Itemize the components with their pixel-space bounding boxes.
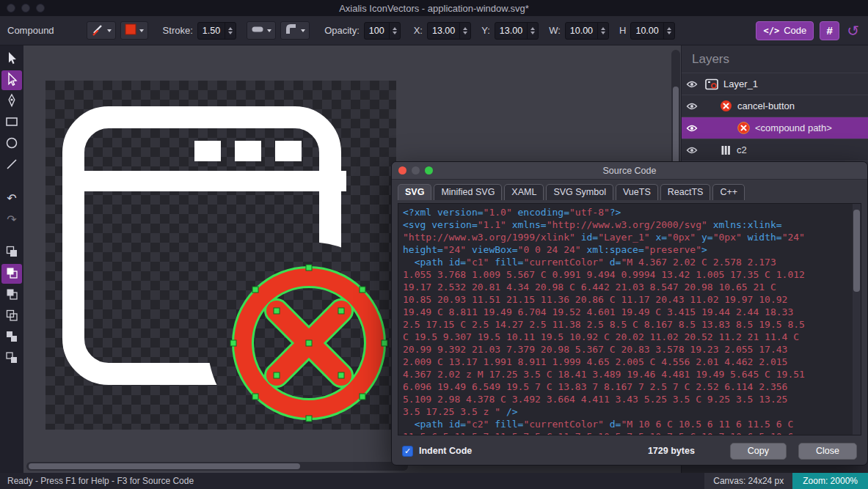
code-button[interactable]: </> Code <box>756 21 814 40</box>
code-scrollbar[interactable] <box>853 204 861 435</box>
chevron-down-icon <box>139 29 144 32</box>
ellipse-tool[interactable] <box>1 134 22 154</box>
h-field[interactable]: 10.00 <box>630 22 674 40</box>
layer-row-compound-path[interactable]: <compound path> <box>682 117 868 139</box>
cursor-arrow-icon <box>4 51 19 68</box>
diagonal-line-icon <box>4 157 19 174</box>
zoom-window-icon[interactable] <box>425 166 433 174</box>
opacity-stepper[interactable] <box>389 23 400 39</box>
h-stepper[interactable] <box>663 23 674 39</box>
grid-icon: # <box>827 24 833 37</box>
tab-svg[interactable]: SVG <box>398 184 431 200</box>
stroke-width-stepper[interactable] <box>225 23 236 39</box>
stroke-color-button[interactable] <box>87 21 116 40</box>
code-editor[interactable]: <?xml version="1.0" encoding="utf-8"?><s… <box>398 203 861 435</box>
minimize-window-icon[interactable] <box>412 166 420 174</box>
send-to-back-button[interactable] <box>1 306 22 326</box>
undo-button[interactable]: ↶ <box>1 188 22 208</box>
w-stepper[interactable] <box>597 23 608 39</box>
layer-row-cancel-button[interactable]: cancel-button <box>682 95 868 117</box>
status-message: Ready - Press F1 for Help - F3 for Sourc… <box>0 476 194 486</box>
chevron-down-icon <box>267 29 271 32</box>
circle-x-icon <box>737 122 750 134</box>
stepper-up-icon[interactable] <box>667 27 671 30</box>
stepper-down-icon[interactable] <box>463 32 467 34</box>
tab-xaml[interactable]: XAML <box>504 184 544 200</box>
code-scrollbar-thumb[interactable] <box>853 210 860 292</box>
zoom-indicator[interactable]: Zoom: 2000% <box>792 473 868 489</box>
tab-svg-symbol[interactable]: SVG Symbol <box>546 184 613 200</box>
stepper-up-icon[interactable] <box>463 27 467 30</box>
indent-code-checkbox[interactable]: ✓ <box>402 446 413 457</box>
artboard-checkerboard[interactable] <box>45 81 396 430</box>
redo-button[interactable]: ↷ <box>1 210 22 229</box>
source-window-titlebar[interactable]: Source Code <box>392 162 867 180</box>
y-stepper[interactable] <box>527 23 538 39</box>
w-field[interactable]: 10.00 <box>565 22 609 40</box>
group-button[interactable] <box>1 328 22 348</box>
send-backward-button[interactable] <box>1 285 22 305</box>
selection-handles[interactable] <box>230 265 387 422</box>
visibility-toggle[interactable] <box>682 80 702 89</box>
layer-thumbnail-icon <box>705 78 718 90</box>
layer-label: c2 <box>737 144 747 155</box>
visibility-toggle[interactable] <box>682 102 702 111</box>
tab-minified-svg[interactable]: Minified SVG <box>434 184 502 200</box>
eye-icon <box>686 102 698 111</box>
horizontal-scrollbar-thumb[interactable] <box>29 463 300 469</box>
stepper-up-icon[interactable] <box>228 27 233 30</box>
window-dots-shape[interactable] <box>194 141 302 161</box>
stepper-up-icon[interactable] <box>530 27 535 30</box>
line-join-button[interactable] <box>280 21 310 40</box>
tab-cpp[interactable]: C++ <box>712 184 745 200</box>
minimize-window-icon[interactable] <box>21 4 30 12</box>
y-field[interactable]: 13.00 <box>495 22 539 40</box>
stepper-down-icon[interactable] <box>530 32 535 34</box>
visibility-toggle[interactable] <box>682 124 702 133</box>
zoom-window-icon[interactable] <box>36 4 45 12</box>
stepper-down-icon[interactable] <box>601 32 605 34</box>
window-title: Axialis IconVectors - application-window… <box>0 3 868 14</box>
bring-to-front-button[interactable] <box>1 243 22 262</box>
stepper-up-icon[interactable] <box>601 27 605 30</box>
stacked-squares-icon <box>4 308 19 326</box>
node-edit-tool[interactable] <box>1 92 22 111</box>
rectangle-icon <box>4 114 19 132</box>
close-window-icon[interactable] <box>398 166 406 174</box>
stepper-up-icon[interactable] <box>393 27 397 30</box>
line-tool[interactable] <box>1 155 22 175</box>
close-window-icon[interactable] <box>7 4 15 12</box>
line-cap-button[interactable] <box>247 21 276 40</box>
horizontal-scrollbar[interactable] <box>26 462 408 471</box>
bring-forward-button[interactable] <box>1 264 22 284</box>
stroke-width-field[interactable]: 1.50 <box>197 22 236 40</box>
tab-vuets[interactable]: VueTS <box>616 184 658 200</box>
direct-select-tool[interactable] <box>1 70 22 90</box>
close-button[interactable]: Close <box>798 443 857 460</box>
opacity-field[interactable]: 100 <box>364 22 401 40</box>
stepper-down-icon[interactable] <box>667 32 671 34</box>
grid-toggle-button[interactable]: # <box>820 21 839 40</box>
stepper-down-icon[interactable] <box>228 32 233 34</box>
source-code-window[interactable]: Source Code SVG Minified SVG XAML SVG Sy… <box>391 161 868 466</box>
layer-label: <compound path> <box>755 122 832 133</box>
select-tool[interactable] <box>1 49 22 69</box>
stacked-squares-icon <box>4 244 19 262</box>
copy-button[interactable]: Copy <box>730 443 787 460</box>
rectangle-tool[interactable] <box>1 113 22 133</box>
tab-reactts[interactable]: ReactTS <box>660 184 711 200</box>
rotate-icon: ↺ <box>847 23 859 38</box>
x-field[interactable]: 13.00 <box>427 22 471 40</box>
eye-icon <box>686 80 698 89</box>
line-join-icon <box>285 23 298 39</box>
visibility-toggle[interactable] <box>682 146 702 155</box>
reset-rotation-button[interactable]: ↺ <box>845 21 861 40</box>
stepper-down-icon[interactable] <box>393 32 397 34</box>
layer-row-c2[interactable]: c2 <box>682 139 868 161</box>
x-stepper[interactable] <box>459 23 470 39</box>
ungroup-button[interactable] <box>1 349 22 369</box>
layer-row-layer1[interactable]: Layer_1 <box>682 73 868 95</box>
fill-color-button[interactable] <box>120 21 148 40</box>
edited-icon-artwork[interactable] <box>45 81 396 430</box>
opacity-label: Opacity: <box>324 25 360 36</box>
